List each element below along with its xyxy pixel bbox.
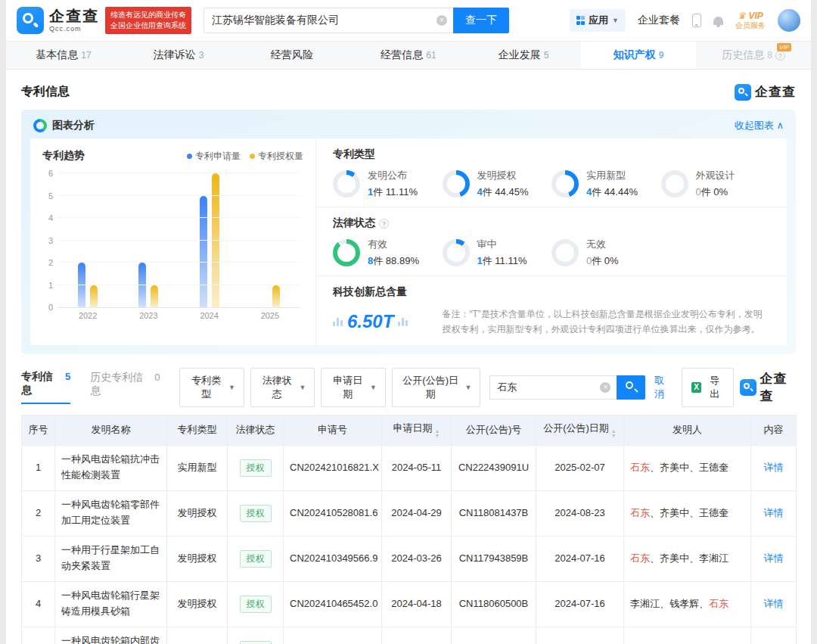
- filter-publication-date[interactable]: 公开(公告)日期▼: [392, 368, 480, 407]
- tab-company-development[interactable]: 企业发展5: [466, 42, 581, 69]
- cell-application-date: 2024-05-11: [382, 445, 452, 490]
- patent-search-input[interactable]: [489, 375, 617, 400]
- brand-slogan: 缔造有远见的商业传奇 全国企业信用查询系统: [105, 7, 191, 34]
- stat-count: 1: [477, 255, 483, 266]
- tab-patent-info[interactable]: 专利信息5: [21, 370, 70, 404]
- cancel-search-link[interactable]: 取消: [654, 374, 673, 401]
- cell-action: 详情: [751, 445, 797, 490]
- inventor-name: 王德奎: [699, 462, 728, 473]
- legal-status-section: 法律状态 ? 有效8件 88.89%审中1件 11.11%无效0件 0%: [316, 207, 787, 275]
- detail-link[interactable]: 详情: [764, 507, 784, 518]
- cell-publication-no: CN118081437B: [452, 490, 536, 536]
- cell-publication-date: 2024-07-16: [536, 536, 624, 581]
- cell-publication-no: CN222439091U: [452, 445, 536, 490]
- column-header-公开(公告)号: 公开(公告)号: [452, 415, 536, 445]
- stat-item-有效: 有效8件 88.89%: [333, 238, 443, 268]
- vip-badge: VIP: [777, 43, 791, 51]
- tech-innovation-title: 科技创新总含量: [333, 285, 407, 299]
- y-axis-tick: 1: [42, 281, 53, 290]
- tab-history-patent-info[interactable]: 历史专利信息0: [90, 371, 160, 403]
- bar-2024-专利授权量: [212, 173, 219, 307]
- tech-innovation-note: 备注：“T”是技术含量单位，以上科技创新总含量是根据企业发明公布专利，发明授权专…: [443, 306, 771, 338]
- stat-count: 4: [477, 186, 483, 198]
- x-axis-label: 2023: [118, 311, 179, 320]
- cell-publication-no: CN117921553B: [452, 627, 536, 644]
- trend-x-labels: 2022202320242025: [57, 311, 300, 320]
- cell-patent-type: 发明授权: [167, 536, 228, 581]
- export-button[interactable]: X 导出: [682, 368, 733, 407]
- donut-chart: [333, 239, 360, 266]
- qcc-logo-icon: [17, 7, 44, 34]
- detail-link[interactable]: 详情: [764, 462, 784, 473]
- column-header-申请号: 申请号: [284, 415, 382, 445]
- clear-icon[interactable]: ×: [436, 15, 447, 26]
- detail-link[interactable]: 详情: [764, 598, 784, 609]
- table-header-row: 序号发明名称专利类型法律状态申请号申请日期▲▼公开(公告)号公开(公告)日期▲▼…: [22, 415, 797, 445]
- patent-list-toolbar: 专利信息5 历史专利信息0 专利类型▼ 法律状态▼ 申请日期▼ 公开(公告)日期…: [21, 368, 796, 415]
- tab-basic-info[interactable]: 基本信息17: [6, 42, 121, 69]
- tab-business-info[interactable]: 经营信息61: [351, 42, 466, 69]
- stat-value: 8件 88.89%: [368, 254, 419, 268]
- chevron-down-icon: ▼: [370, 384, 377, 391]
- status-badge: 授权: [240, 459, 272, 477]
- status-badge: 授权: [240, 505, 272, 522]
- cell-action: 详情: [751, 490, 797, 536]
- status-badge: 授权: [240, 596, 272, 613]
- inventor-name: 石东: [630, 507, 650, 518]
- sort-desc-icon: ▼: [435, 434, 440, 438]
- stat-item-无效: 无效0件 0%: [551, 238, 661, 268]
- stat-text: 发明授权4件 44.45%: [477, 169, 529, 199]
- patent-table-body: 1一种风电齿轮箱抗冲击性能检测装置实用新型授权CN202421016821.X2…: [22, 445, 797, 644]
- tab-business-risk[interactable]: 经营风险: [236, 42, 351, 69]
- cell-application-date: 2024-04-18: [382, 581, 452, 627]
- clear-icon[interactable]: ×: [600, 382, 610, 393]
- qcc-logo[interactable]: 企查查 Qcc.com: [17, 7, 99, 34]
- bar-group-2024: [179, 173, 240, 307]
- enterprise-package-link[interactable]: 企业套餐: [638, 14, 680, 27]
- detail-link[interactable]: 详情: [764, 552, 784, 564]
- mobile-icon[interactable]: [692, 14, 701, 27]
- cell-action: 详情: [751, 627, 797, 644]
- collapse-charts-link[interactable]: 收起图表 ∧: [735, 119, 784, 132]
- patent-search-button[interactable]: [617, 375, 645, 400]
- stat-value: 1件 11.11%: [477, 254, 527, 268]
- sort-icon[interactable]: ▲▼: [611, 429, 617, 438]
- bar-chart-icon: [333, 318, 343, 326]
- filter-application-date[interactable]: 申请日期▼: [321, 368, 386, 407]
- sort-icon[interactable]: ▲▼: [435, 429, 440, 438]
- search-submit-button[interactable]: 查一下: [453, 8, 509, 33]
- help-icon[interactable]: ?: [379, 219, 389, 229]
- gridline: [57, 217, 300, 218]
- bar-2022-专利授权量: [90, 285, 98, 308]
- inventor-name: 石东: [630, 552, 650, 564]
- cell-inventors: 石东、齐美中、王德奎: [624, 445, 751, 490]
- tab-legal-litigation[interactable]: 法律诉讼3: [121, 42, 236, 69]
- help-icon: ?: [775, 51, 785, 61]
- excel-icon: X: [691, 382, 701, 393]
- bar-group-2025: [240, 173, 300, 307]
- status-badge: 授权: [240, 641, 272, 644]
- tab-history-info[interactable]: VIP 历史信息8 ?: [696, 42, 811, 69]
- company-tabbar: 基本信息17 法律诉讼3 经营风险 经营信息61 企业发展5 知识产权9 VIP…: [6, 41, 811, 70]
- gridline: [57, 240, 300, 241]
- filter-legal-status[interactable]: 法律状态▼: [250, 368, 315, 407]
- inventor-separator: 、: [660, 598, 669, 609]
- cell-invention-name: 一种风电齿轮箱行星架铸造用模具砂箱: [55, 581, 167, 627]
- tab-intellectual-property[interactable]: 知识产权9: [581, 42, 696, 69]
- inventor-name: 李湘江: [699, 552, 728, 564]
- tech-innovation-value: 6.50T: [347, 311, 393, 332]
- legend-dot-applications: [187, 154, 192, 159]
- filter-patent-type[interactable]: 专利类型▼: [179, 368, 244, 407]
- cell-application-no: CN202410349566.9: [284, 536, 382, 581]
- apps-menu[interactable]: 应用 ▼: [570, 9, 626, 32]
- bell-icon[interactable]: [713, 17, 723, 25]
- page-title: 专利信息: [21, 84, 70, 100]
- company-search-input[interactable]: [203, 8, 453, 33]
- column-header-专利类型: 专利类型: [167, 415, 228, 445]
- stat-text: 实用新型4件 44.44%: [586, 169, 638, 199]
- donut-chart: [443, 239, 470, 266]
- vip-service-link[interactable]: ♛ VIP 会员服务: [735, 11, 766, 30]
- avatar[interactable]: [778, 9, 800, 32]
- stat-text: 外观设计0件 0%: [696, 169, 735, 199]
- cell-inventors: 王小磊、曹贵平、石东: [624, 627, 751, 644]
